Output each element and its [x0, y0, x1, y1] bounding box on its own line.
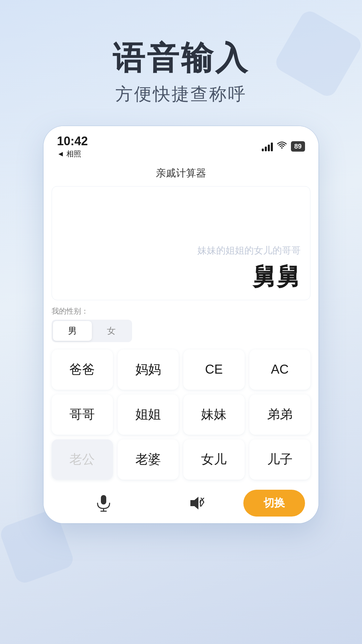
phone-mockup: 10:42 ◄ 相照 89 亲戚计算器	[44, 126, 318, 523]
mic-button[interactable]	[57, 490, 150, 517]
app-title: 亲戚计算器	[44, 163, 318, 186]
gender-toggle: 男 女	[52, 320, 132, 342]
wifi-icon	[277, 141, 287, 152]
key-mom[interactable]: 妈妈	[118, 350, 179, 390]
key-daughter[interactable]: 女儿	[183, 439, 245, 480]
gender-section: 我的性别： 男 女	[44, 300, 318, 345]
input-display: 妹妹的姐姐的女儿的哥哥 舅舅	[52, 186, 310, 300]
battery-indicator: 89	[291, 141, 305, 152]
status-left: 10:42 ◄ 相照	[57, 134, 88, 159]
switch-button[interactable]: 切换	[243, 490, 305, 517]
gender-female-button[interactable]: 女	[92, 321, 131, 341]
gender-male-button[interactable]: 男	[53, 321, 92, 341]
key-son[interactable]: 儿子	[249, 439, 311, 480]
status-time: 10:42	[57, 134, 88, 148]
svg-line-7	[201, 502, 204, 506]
key-dad[interactable]: 爸爸	[52, 350, 113, 390]
gender-label: 我的性别：	[52, 306, 310, 316]
key-sister-younger[interactable]: 妹妹	[183, 394, 245, 435]
status-bar: 10:42 ◄ 相照 89	[44, 126, 318, 163]
key-wife[interactable]: 老婆	[118, 439, 179, 480]
svg-rect-1	[101, 495, 106, 504]
key-ce[interactable]: CE	[183, 350, 245, 390]
input-placeholder: 妹妹的姐姐的女儿的哥哥	[61, 244, 301, 257]
key-sister-elder[interactable]: 姐姐	[118, 394, 179, 435]
input-result: 舅舅	[61, 261, 301, 293]
key-brother-younger[interactable]: 弟弟	[249, 394, 311, 435]
signal-icon	[262, 142, 273, 151]
back-button[interactable]: ◄ 相照	[57, 149, 88, 159]
key-ac[interactable]: AC	[249, 350, 311, 390]
bottom-bar: 切换	[44, 484, 318, 523]
svg-point-0	[281, 147, 283, 149]
status-icons: 89	[262, 141, 305, 152]
keyboard-grid: 爸爸 妈妈 CE AC 哥哥 姐姐 妹妹 弟弟 老公 老婆 女儿 儿子	[44, 345, 318, 484]
key-brother[interactable]: 哥哥	[52, 394, 113, 435]
key-husband[interactable]: 老公	[52, 439, 113, 480]
speaker-button[interactable]	[150, 490, 243, 517]
svg-marker-4	[190, 497, 198, 509]
